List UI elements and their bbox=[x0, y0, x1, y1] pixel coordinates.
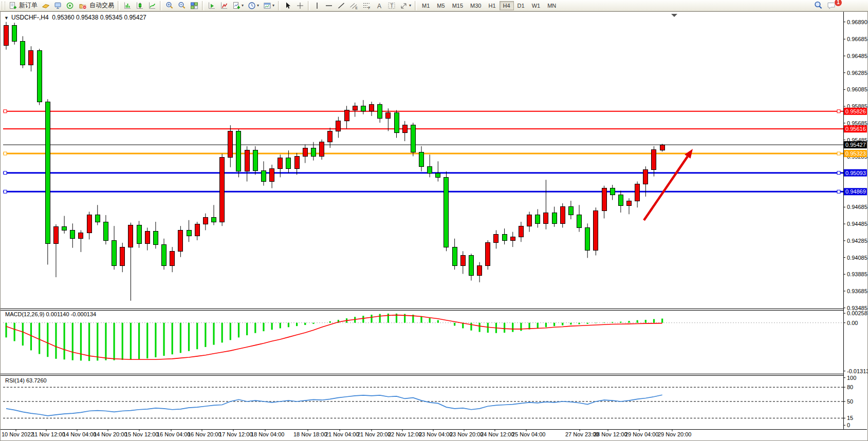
time-axis-label: 21 Nov 20:00 bbox=[357, 431, 391, 437]
zoom-in-button[interactable] bbox=[163, 1, 176, 11]
candle bbox=[627, 201, 632, 206]
price-tick-label: 0.95685 bbox=[847, 120, 867, 126]
new-order-label: 新订单 bbox=[19, 1, 38, 10]
line-handle[interactable] bbox=[837, 171, 840, 175]
tile-windows-button[interactable] bbox=[188, 1, 200, 11]
candle bbox=[635, 184, 640, 201]
line-handle[interactable] bbox=[4, 190, 7, 193]
crosshair-button[interactable] bbox=[294, 1, 306, 11]
time-axis-label: 23 Nov 04:00 bbox=[419, 431, 452, 437]
timeframe-h4-button[interactable]: H4 bbox=[500, 1, 514, 10]
price-tick-label: 0.93685 bbox=[847, 288, 867, 294]
trend-arrow[interactable] bbox=[644, 157, 688, 220]
horizontal-line-button[interactable] bbox=[323, 1, 335, 11]
line-handle[interactable] bbox=[4, 110, 7, 113]
toolbar-separator bbox=[308, 1, 310, 10]
candle bbox=[203, 218, 208, 224]
new-order-button[interactable]: 新订单 bbox=[7, 1, 40, 11]
candle bbox=[477, 265, 482, 276]
timeframe-d1-button[interactable]: D1 bbox=[514, 1, 528, 10]
line-handle[interactable] bbox=[837, 190, 840, 193]
templates-button[interactable]: ▾ bbox=[261, 1, 276, 11]
chart-shift-marker-icon[interactable] bbox=[671, 14, 677, 17]
candle bbox=[469, 255, 473, 275]
zoom-out-button[interactable] bbox=[176, 1, 188, 11]
time-axis-label: 29 Nov 20:00 bbox=[658, 431, 691, 437]
signals-button[interactable] bbox=[64, 1, 77, 11]
candle bbox=[53, 227, 58, 244]
trendline-button[interactable] bbox=[335, 1, 347, 11]
bar-chart-button[interactable] bbox=[121, 1, 134, 11]
candle bbox=[594, 211, 598, 251]
candle bbox=[502, 235, 507, 240]
candle bbox=[178, 230, 183, 251]
tile-windows-icon bbox=[190, 2, 198, 10]
line-handle[interactable] bbox=[4, 171, 7, 175]
chevron-down-icon: ▾ bbox=[257, 3, 259, 8]
notification-badge[interactable]: 1 bbox=[834, 0, 842, 7]
candle bbox=[370, 104, 374, 111]
timeframe-m15-button[interactable]: M15 bbox=[449, 1, 467, 10]
search-button[interactable] bbox=[812, 1, 825, 11]
timeframe-m5-button[interactable]: M5 bbox=[433, 1, 448, 10]
price-tick-label: 0.96485 bbox=[847, 53, 867, 59]
time-axis-label: 29 Nov 04:00 bbox=[625, 431, 658, 437]
timeframe-m30-button[interactable]: M30 bbox=[467, 1, 485, 10]
candlestick-chart-button[interactable] bbox=[134, 1, 146, 11]
time-axis-label: 10 Nov 2022 bbox=[2, 431, 33, 437]
fibonacci-button[interactable]: F bbox=[360, 1, 373, 11]
candle bbox=[328, 131, 333, 142]
price-line-label: 0.95093 bbox=[845, 170, 866, 176]
auto-trading-button[interactable]: 自动交易 bbox=[77, 1, 116, 11]
objects-list-button[interactable] bbox=[218, 1, 230, 11]
price-tick-label: 0.96685 bbox=[847, 36, 867, 42]
cursor-button[interactable] bbox=[282, 1, 294, 11]
candlestick-icon bbox=[136, 2, 144, 10]
timeframe-w1-button[interactable]: W1 bbox=[528, 1, 544, 10]
candle bbox=[535, 215, 540, 223]
line-handle[interactable] bbox=[4, 152, 7, 155]
time-axis-label: 28 Nov 12:00 bbox=[594, 431, 627, 437]
line-handle[interactable] bbox=[837, 110, 840, 113]
channel-button[interactable]: E bbox=[347, 1, 360, 11]
candle bbox=[4, 25, 9, 45]
macd-axis-label: -0.013133 bbox=[847, 368, 868, 374]
terminal-button[interactable] bbox=[52, 1, 64, 11]
text-icon: A bbox=[375, 2, 383, 10]
rsi-indicator-label: RSI(14) 63.7260 bbox=[5, 377, 47, 384]
market-watch-button[interactable] bbox=[40, 1, 52, 11]
rsi-axis-label: 0 bbox=[847, 422, 850, 428]
timeframe-mn-button[interactable]: MN bbox=[544, 1, 560, 10]
new-chart-button[interactable]: ▾ bbox=[230, 1, 246, 11]
text-label-button[interactable]: T bbox=[385, 1, 398, 11]
collapse-triangle-icon[interactable]: ▼ bbox=[4, 15, 9, 21]
candle bbox=[128, 225, 133, 247]
candle bbox=[344, 110, 349, 121]
candle bbox=[585, 227, 590, 250]
periods-menu-button[interactable]: ▾ bbox=[246, 1, 261, 11]
rsi-line bbox=[6, 395, 662, 415]
text-button[interactable]: A bbox=[373, 1, 385, 11]
vertical-line-button[interactable] bbox=[311, 1, 323, 11]
time-axis-label: 17 Nov 12:00 bbox=[219, 431, 252, 437]
line-chart-button[interactable] bbox=[146, 1, 158, 11]
timeframe-h1-button[interactable]: H1 bbox=[485, 1, 499, 10]
price-line-label: 0.95826 bbox=[845, 108, 866, 114]
timeframe-m1-button[interactable]: M1 bbox=[418, 1, 433, 10]
arrows-icon bbox=[400, 2, 408, 10]
indicators-button[interactable] bbox=[206, 1, 218, 11]
chart-canvas[interactable]: 0.968900.966850.964850.962850.960850.958… bbox=[0, 0, 868, 441]
line-handle[interactable] bbox=[837, 152, 840, 155]
candle bbox=[519, 226, 523, 237]
candle bbox=[643, 170, 648, 184]
time-axis-label: 23 Nov 20:00 bbox=[450, 431, 483, 437]
time-axis-label: 25 Nov 04:00 bbox=[512, 431, 545, 437]
new-order-icon bbox=[9, 2, 17, 10]
toolbar-grip[interactable] bbox=[2, 2, 5, 10]
candle bbox=[70, 230, 75, 238]
candle bbox=[45, 102, 50, 243]
candle bbox=[452, 247, 457, 265]
price-tick-label: 0.93885 bbox=[847, 271, 867, 277]
candle bbox=[652, 149, 656, 169]
arrows-button[interactable]: ▾ bbox=[398, 1, 413, 11]
